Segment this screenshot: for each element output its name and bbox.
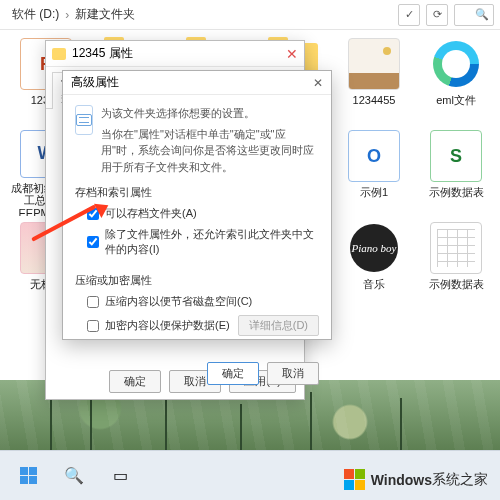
breadcrumb[interactable]: 软件 (D:) › 新建文件夹 xyxy=(6,6,392,23)
breadcrumb-sep: › xyxy=(65,8,69,22)
ok-button[interactable]: 确定 xyxy=(207,362,259,385)
advanced-attributes-dialog: 高级属性 ✕ 为该文件夹选择你想要的设置。 当你在"属性"对话框中单击"确定"或… xyxy=(62,70,332,340)
file-item[interactable]: 1234455 xyxy=(336,38,412,124)
watermark-brand: Windows xyxy=(371,472,432,488)
index-checkbox-row[interactable]: 除了文件属性外，还允许索引此文件夹中文件的内容(I) xyxy=(87,227,319,257)
task-view-button[interactable]: ▭ xyxy=(100,459,140,493)
start-button[interactable] xyxy=(8,459,48,493)
watermark: Windows 系统之家 xyxy=(338,467,494,492)
search-input[interactable]: 🔍 xyxy=(454,4,494,26)
watermark-suffix: 系统之家 xyxy=(432,471,488,489)
search-button[interactable]: 🔍 xyxy=(54,459,94,493)
group-label: 存档和索引属性 xyxy=(75,185,319,200)
refresh-button[interactable]: ⟳ xyxy=(426,4,448,26)
close-icon[interactable]: ✕ xyxy=(313,76,323,90)
breadcrumb-drive[interactable]: 软件 (D:) xyxy=(12,6,59,23)
windows-icon xyxy=(20,467,37,484)
outlook-icon: O xyxy=(348,130,400,182)
file-item[interactable]: Piano boy音乐 xyxy=(336,222,412,308)
intro-body: 当你在"属性"对话框中单击"确定"或"应用"时，系统会询问你是否将这些更改同时应… xyxy=(101,126,319,176)
encrypt-checkbox[interactable] xyxy=(87,320,99,332)
compress-label: 压缩内容以便节省磁盘空间(C) xyxy=(105,294,252,309)
archive-checkbox-row[interactable]: 可以存档文件夹(A) xyxy=(87,206,319,221)
go-button[interactable]: ✓ xyxy=(398,4,420,26)
details-button[interactable]: 详细信息(D) xyxy=(238,315,319,336)
archive-label: 可以存档文件夹(A) xyxy=(105,206,197,221)
edge-icon xyxy=(433,41,479,87)
dialog-titlebar[interactable]: 高级属性 ✕ xyxy=(63,71,331,95)
album-icon: Piano boy xyxy=(350,224,398,272)
windows-logo-icon xyxy=(344,469,365,490)
compress-checkbox[interactable] xyxy=(87,296,99,308)
index-checkbox[interactable] xyxy=(87,236,99,248)
encrypt-label: 加密内容以便保护数据(E) xyxy=(105,318,230,333)
spreadsheet-icon xyxy=(430,222,482,274)
file-item[interactable]: S示例数据表 xyxy=(418,130,494,216)
group-label: 压缩或加密属性 xyxy=(75,273,319,288)
dialog-title: 高级属性 xyxy=(71,74,119,91)
archive-checkbox[interactable] xyxy=(87,208,99,220)
compress-encrypt-group: 压缩或加密属性 压缩内容以便节省磁盘空间(C) 加密内容以便保护数据(E) 详细… xyxy=(75,273,319,342)
cancel-button[interactable]: 取消 xyxy=(267,362,319,385)
file-item[interactable]: eml文件 xyxy=(418,38,494,124)
close-icon[interactable]: ✕ xyxy=(286,46,298,62)
image-icon xyxy=(348,38,400,90)
folder-icon xyxy=(52,48,66,60)
archive-index-group: 存档和索引属性 可以存档文件夹(A) 除了文件属性外，还允许索引此文件夹中文件的… xyxy=(75,185,319,263)
file-item[interactable]: 示例数据表 xyxy=(418,222,494,308)
index-label: 除了文件属性外，还允许索引此文件夹中文件的内容(I) xyxy=(105,227,319,257)
excel-icon: S xyxy=(430,130,482,182)
breadcrumb-folder[interactable]: 新建文件夹 xyxy=(75,6,135,23)
file-item[interactable]: O示例1 xyxy=(336,130,412,216)
compress-checkbox-row[interactable]: 压缩内容以便节省磁盘空间(C) xyxy=(87,294,319,309)
address-bar: 软件 (D:) › 新建文件夹 ✓ ⟳ 🔍 xyxy=(0,0,500,30)
intro-heading: 为该文件夹选择你想要的设置。 xyxy=(101,105,319,122)
dialog-titlebar[interactable]: 12345 属性 ✕ xyxy=(46,41,304,67)
options-icon xyxy=(75,105,93,135)
encrypt-checkbox-row[interactable]: 加密内容以便保护数据(E) xyxy=(87,318,230,333)
dialog-title: 12345 属性 xyxy=(72,45,133,62)
